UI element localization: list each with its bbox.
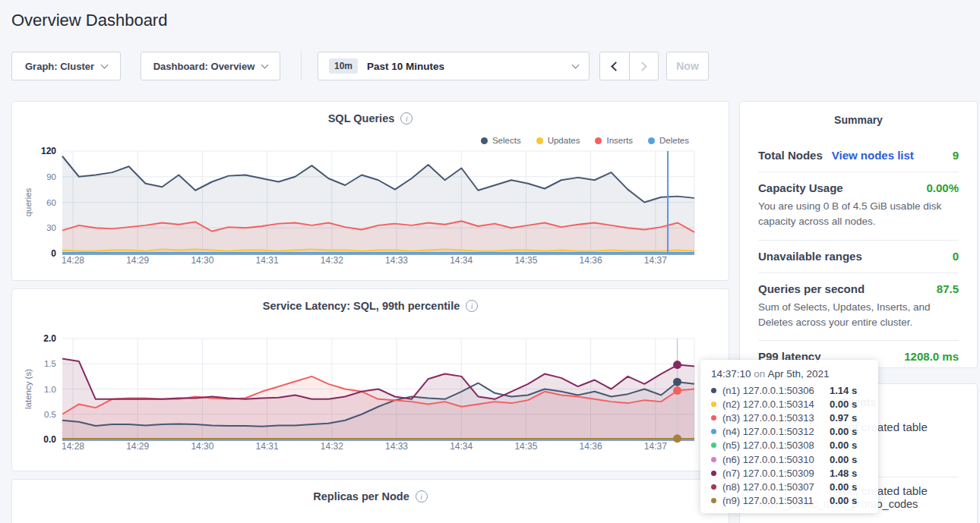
unavailable-ranges-label: Unavailable ranges (758, 250, 862, 263)
summary-panel: Summary Total Nodes View nodes list 9 Ca… (739, 101, 978, 368)
total-nodes-value: 9 (953, 149, 959, 162)
summary-section-capacity: Capacity Usage 0.00% You are using 0 B o… (758, 172, 959, 241)
tooltip-node-row: (n8) 127.0.0.1:503070.00 s (711, 480, 868, 493)
svg-text:2.0: 2.0 (43, 333, 56, 344)
svg-text:14:28: 14:28 (62, 441, 84, 452)
svg-text:14:29: 14:29 (126, 255, 149, 266)
series-color-dot (711, 471, 716, 476)
time-window-nav (599, 52, 659, 80)
time-back-button[interactable] (600, 52, 629, 80)
chevron-right-icon (637, 61, 647, 71)
svg-text:14:30: 14:30 (191, 255, 213, 266)
svg-text:120: 120 (41, 146, 56, 156)
tooltip-node-row: (n4) 127.0.0.1:503120.00 s (711, 425, 868, 439)
info-icon[interactable]: i (466, 300, 478, 312)
queries-per-second-label: Queries per second (758, 282, 865, 295)
series-color-dot (711, 484, 716, 490)
chevron-down-icon (101, 61, 109, 68)
graph-scope-label: Graph: Cluster (25, 61, 94, 72)
chart-title-service-latency: Service Latency: SQL, 99th percentile i (12, 289, 729, 312)
summary-section-unavailable-ranges: Unavailable ranges 0 (758, 241, 959, 273)
now-button[interactable]: Now (666, 52, 709, 80)
series-color-dot (711, 443, 716, 448)
svg-text:0.5: 0.5 (44, 410, 56, 419)
svg-text:14:31: 14:31 (256, 255, 279, 266)
chart-title-sql-queries: SQL Queries i (12, 102, 729, 124)
time-range-dropdown[interactable]: 10m Past 10 Minutes (318, 52, 590, 80)
tooltip-node-row: (n5) 127.0.0.1:503080.00 s (711, 439, 868, 452)
service-latency-chart-card: Service Latency: SQL, 99th percentile i … (11, 288, 729, 471)
chevron-down-icon (261, 61, 269, 68)
chevron-left-icon (611, 61, 621, 71)
svg-text:14:33: 14:33 (385, 441, 408, 452)
series-color-dot (711, 402, 716, 407)
tooltip-node-row: (n1) 127.0.0.1:503061.14 s (711, 383, 868, 397)
series-color-dot (711, 388, 716, 393)
series-color-dot (711, 415, 716, 421)
svg-text:14:36: 14:36 (580, 255, 602, 266)
view-nodes-list-link[interactable]: View nodes list (832, 149, 914, 162)
chevron-down-icon (572, 61, 580, 68)
summary-section-total-nodes: Total Nodes View nodes list 9 (758, 126, 959, 172)
svg-text:14:32: 14:32 (321, 255, 343, 266)
svg-text:14:35: 14:35 (514, 441, 537, 452)
time-range-badge: 10m (329, 58, 358, 74)
capacity-usage-label: Capacity Usage (758, 181, 843, 194)
svg-text:14:28: 14:28 (62, 255, 84, 266)
svg-text:30: 30 (46, 223, 56, 232)
svg-text:latency (s): latency (s) (24, 369, 33, 409)
tooltip-node-row: (n2) 127.0.0.1:503140.00 s (711, 397, 868, 411)
unavailable-ranges-value: 0 (953, 250, 959, 263)
svg-text:14:34: 14:34 (450, 441, 473, 452)
overview-dashboard-page: Overview Dashboard Graph: Cluster Dashbo… (0, 0, 980, 523)
svg-text:14:32: 14:32 (321, 441, 343, 452)
graph-scope-dropdown[interactable]: Graph: Cluster (11, 52, 121, 80)
info-icon[interactable]: i (400, 112, 413, 124)
tooltip-timestamp: 14:37:10 on Apr 5th, 2021 (711, 368, 868, 380)
time-forward-button[interactable] (629, 52, 659, 80)
toolbar-divider (301, 52, 302, 80)
tooltip-node-row: (n7) 127.0.0.1:503091.48 s (711, 466, 868, 480)
replicas-per-node-chart-card: Replicas per Node i (11, 479, 729, 523)
svg-text:1.0: 1.0 (44, 385, 56, 394)
svg-text:14:36: 14:36 (580, 441, 602, 452)
total-nodes-label: Total Nodes (758, 149, 823, 162)
svg-text:0: 0 (51, 248, 56, 259)
chart-hover-tooltip: 14:37:10 on Apr 5th, 2021 (n1) 127.0.0.1… (700, 360, 878, 513)
dashboard-label: Dashboard: Overview (153, 61, 255, 72)
capacity-usage-description: You are using 0 B of 4.5 GiB usable disk… (758, 199, 959, 230)
sql-queries-chart[interactable]: 030609012014:2814:2914:3014:3114:3214:33… (13, 141, 729, 274)
svg-text:90: 90 (46, 172, 56, 181)
svg-text:14:35: 14:35 (514, 255, 537, 266)
page-title: Overview Dashboard (11, 11, 167, 30)
svg-text:14:31: 14:31 (256, 441, 279, 452)
summary-title: Summary (758, 102, 959, 126)
qps-description: Sum of Selects, Updates, Inserts, and De… (758, 300, 959, 331)
time-range-label: Past 10 Minutes (367, 61, 564, 72)
summary-section-qps: Queries per second 87.5 Sum of Selects, … (758, 273, 959, 342)
svg-text:0.0: 0.0 (43, 434, 56, 445)
capacity-usage-value: 0.00% (926, 181, 959, 194)
series-color-dot (711, 498, 716, 503)
chart-title-replicas: Replicas per Node i (12, 480, 729, 503)
svg-text:14:37: 14:37 (644, 255, 667, 266)
svg-text:14:33: 14:33 (385, 255, 408, 266)
svg-text:queries: queries (24, 187, 33, 216)
svg-text:14:34: 14:34 (450, 255, 473, 266)
svg-text:14:30: 14:30 (191, 441, 213, 452)
svg-text:1.5: 1.5 (44, 359, 56, 368)
series-color-dot (711, 457, 716, 462)
tooltip-node-row: (n3) 127.0.0.1:503130.97 s (711, 411, 868, 424)
series-color-dot (711, 429, 716, 434)
p99-latency-value: 1208.0 ms (904, 350, 959, 363)
sql-queries-chart-card: SQL Queries i SelectsUpdatesInsertsDelet… (11, 101, 729, 281)
svg-text:60: 60 (46, 198, 56, 207)
service-latency-chart[interactable]: 0.00.51.01.52.014:2814:2914:3014:3114:32… (13, 327, 729, 460)
info-icon[interactable]: i (416, 490, 428, 503)
svg-text:14:37: 14:37 (644, 441, 667, 452)
svg-text:14:29: 14:29 (126, 441, 149, 452)
tooltip-node-row: (n9) 127.0.0.1:503110.00 s (711, 494, 868, 508)
dashboard-dropdown[interactable]: Dashboard: Overview (141, 52, 280, 80)
queries-per-second-value: 87.5 (937, 282, 959, 295)
tooltip-node-row: (n6) 127.0.0.1:503100.00 s (711, 452, 868, 466)
